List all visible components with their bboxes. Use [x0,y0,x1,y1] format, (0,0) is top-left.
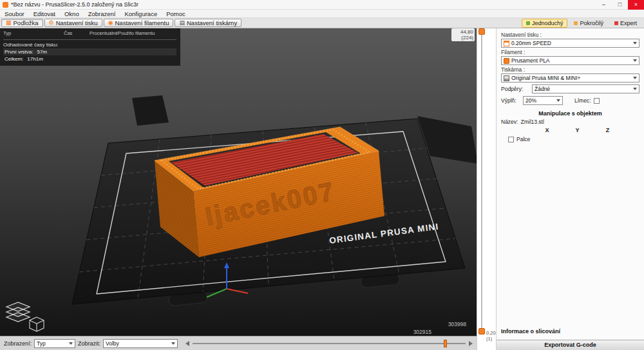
view-mode-label: Zobrazení: [4,340,32,347]
bottom-layer-index: (1) [486,336,496,342]
menu-item-soubor[interactable]: Soubor [0,10,29,18]
inches-checkbox[interactable] [508,137,514,142]
minimize-button[interactable]: – [596,0,612,10]
horizontal-move-slider[interactable] [185,341,473,346]
close-button[interactable]: × [628,0,644,10]
layer-slider-bottom-handle[interactable] [478,328,485,335]
axes-header: X Y Z [532,127,639,133]
printer-select[interactable]: Original Prusa MINI & MINI+ [501,73,639,83]
gear-icon: ⚙ [49,20,54,26]
chevron-down-icon [633,59,637,62]
tab-podlozka[interactable]: ▦Podložka [1,19,43,27]
print-settings-icon [504,41,509,46]
show-options-select[interactable]: Volby [103,339,178,348]
tab-label: Nastavení tisku [56,19,98,27]
export-gcode-button[interactable]: Exportovat G-code [497,340,644,350]
legend-header-cas: Čas [64,30,90,36]
horizontal-slider-handle[interactable] [444,340,447,347]
supports-label: Podpěry: [501,86,529,92]
printer-icon: ▤ [179,20,185,26]
menu-item-zobrazeni[interactable]: Zobrazení [84,10,120,18]
maximize-button[interactable]: □ [612,0,628,10]
menu-item-editovat[interactable]: Editovat [29,10,60,18]
print-time-estimates: Odhadované časy tisku: První vrstva: 57m… [3,39,176,63]
layer-height-value: 44,80 [453,29,473,35]
inches-row: Palce [508,136,639,142]
chevron-down-icon [633,88,637,90]
brim-checkbox[interactable] [594,98,600,104]
supports-select[interactable]: Žádné [532,84,639,93]
first-layer-label: První vrstva: [5,49,33,55]
window-title: *Bez názvu - PrusaSlicer-2.5.0 založený … [11,1,138,8]
cube-view-icon[interactable] [30,317,44,331]
tab-nastaveni-filamentu[interactable]: ◉Nastavení filamentu [104,19,174,27]
3d-viewport-scene[interactable]: ORIGINAL PRUSA MINI Ijacek007 [0,28,477,336]
layer-index-value: (224) [453,35,473,41]
mode-dot-icon [574,21,578,25]
brim-label: Límec: [574,97,591,104]
bottom-layer-label: 0,20 (1) [486,330,496,342]
horizontal-slider-track[interactable] [193,343,466,344]
spool-icon: ◉ [108,20,113,26]
slider-left-arrow-icon[interactable] [185,341,189,346]
menu-item-konfigurace[interactable]: Konfigurace [120,10,162,18]
bed-icon: ▦ [6,20,12,26]
filament-value: Prusament PLA [511,57,631,64]
mode-jednoduchy[interactable]: Jednoduchý [522,19,568,28]
tab-bar: ▦Podložka⚙Nastavení tisku◉Nastavení fila… [0,18,644,28]
mode-label: Expert [620,20,637,26]
chevron-down-icon [69,342,73,345]
legend-header-typ: Typ [3,30,64,36]
bottom-layer-height: 0,20 [486,330,496,336]
title-bar: *Bez názvu - PrusaSlicer-2.5.0 založený … [0,0,644,10]
view-type-select[interactable]: Typ [34,339,75,348]
mode-expert[interactable]: Expert [610,19,641,28]
legend-header-filament: Použito filamentu [118,30,173,36]
layer-slider-top-handle[interactable] [478,28,485,35]
3d-viewport[interactable]: ORIGINAL PRUSA MINI Ijacek007 [0,28,477,336]
layers-view-icon[interactable] [6,302,30,322]
filament-label: Filament : [501,49,639,55]
legend-panel: Typ Čas Procentuálně Použito filamentu O… [0,28,180,66]
infill-value: 20% [526,97,554,104]
chevron-down-icon [171,342,175,345]
view-type-value: Typ [37,340,46,347]
menu-item-pomoc[interactable]: Pomoc [162,10,190,18]
tab-nastaveni-tiskarny[interactable]: ▤Nastavení tiskárny [175,19,242,27]
mode-pokrocily[interactable]: Pokročilý [569,19,608,28]
app-icon [3,2,8,8]
printer-label: Tiskárna : [501,66,639,73]
infill-brim-row: Výplň: 20% Límec: [501,96,639,105]
object-name-row: Název: Zmil13.stl [501,119,639,125]
mode-label: Pokročilý [580,20,603,26]
layer-slider-track[interactable] [481,32,482,334]
gcode-move-max-label: 303998 [448,321,467,327]
menu-item-okno[interactable]: Okno [60,10,84,18]
mode-dot-icon [526,21,530,25]
chevron-down-icon [633,42,637,44]
object-name-label: Název: [501,119,518,125]
panel-spacer [501,142,639,328]
menu-bar: SouborEditovatOknoZobrazeníKonfiguracePo… [0,10,644,18]
tab-nastaveni-tisku[interactable]: ⚙Nastavení tisku [44,19,102,27]
bottom-bar: Zobrazení: Typ Zobrazit: Volby [0,336,477,350]
infill-label: Výplň: [501,97,520,104]
filament-spool-icon [504,58,509,64]
layer-value-label: 44,80 (224) [451,28,475,41]
mode-switcher: JednoduchýPokročilýExpert [520,19,641,28]
object-name-value: Zmil13.stl [520,119,544,125]
show-label: Zobrazit: [78,340,100,347]
axis-z-label: Z [592,127,623,133]
filament-select[interactable]: Prusament PLA [501,56,639,65]
legend-header-pct: Procentuálně [90,30,118,36]
print-settings-select[interactable]: 0.20mm SPEED [501,39,639,48]
slider-right-arrow-icon[interactable] [469,341,473,346]
tab-label: Podložka [14,19,39,27]
layer-slider[interactable]: 44,80 (224) 0,20 (1) [477,28,496,350]
infill-select[interactable]: 20% [523,96,563,105]
gcode-move-value-label: 302915 [413,329,432,335]
first-layer-value: 57m [37,49,47,55]
window-controls: – □ × [596,0,644,10]
supports-value: Žádné [535,86,631,92]
supports-row: Podpěry: Žádné [501,84,639,93]
